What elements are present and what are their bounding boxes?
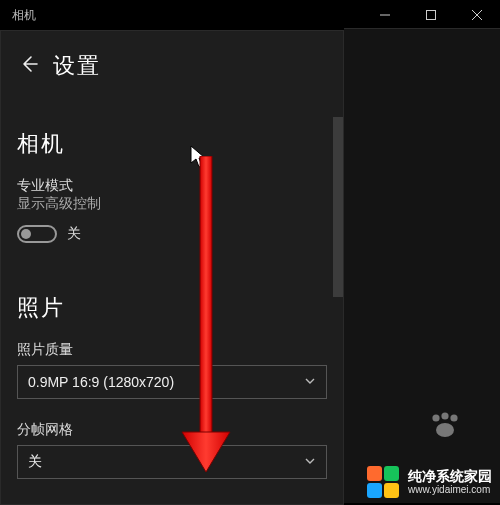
svg-point-2 [441,412,448,419]
grid-label: 分帧网格 [1,399,343,439]
svg-rect-0 [427,11,436,20]
page-title: 设置 [53,51,101,81]
pro-mode-state: 关 [67,225,81,243]
toggle-knob-icon [21,229,31,239]
section-photo-title: 照片 [1,243,343,335]
close-button[interactable] [454,0,500,30]
svg-point-1 [432,414,439,421]
watermark-logo-icon [366,465,400,499]
chevron-down-icon [304,375,316,390]
paw-icon [428,412,462,447]
scrollbar[interactable] [333,91,343,497]
pro-mode-label: 专业模式 [1,171,343,195]
app-name: 相机 [12,7,36,24]
photo-quality-label: 照片质量 [1,335,343,359]
minimize-button[interactable] [362,0,408,30]
grid-select[interactable]: 关 [17,445,327,479]
svg-point-3 [450,414,457,421]
header-row: 设置 [1,31,343,89]
svg-point-4 [436,423,454,437]
scrollbar-thumb[interactable] [333,117,343,297]
photo-quality-select[interactable]: 0.9MP 16:9 (1280x720) [17,365,327,399]
watermark-url: www.yidaimei.com [408,484,492,496]
preview-pane [344,28,500,503]
watermark-brand: 纯净系统家园 [408,468,492,484]
grid-value: 关 [28,453,42,471]
pro-mode-toggle-row: 关 [1,219,343,243]
window: 相机 设置 相机 专业模式 显示高级控制 关 照片 照片质量 [0,0,500,505]
maximize-button[interactable] [408,0,454,30]
settings-panel: 设置 相机 专业模式 显示高级控制 关 照片 照片质量 0.9MP 16:9 (… [0,30,344,505]
chevron-down-icon [304,455,316,470]
section-camera-title: 相机 [1,89,343,171]
titlebar: 相机 [0,0,500,30]
pro-mode-sublabel: 显示高级控制 [1,195,343,219]
watermark: 纯净系统家园 www.yidaimei.com [366,465,492,499]
back-icon[interactable] [19,54,39,79]
pro-mode-toggle[interactable] [17,225,57,243]
photo-quality-value: 0.9MP 16:9 (1280x720) [28,374,174,390]
